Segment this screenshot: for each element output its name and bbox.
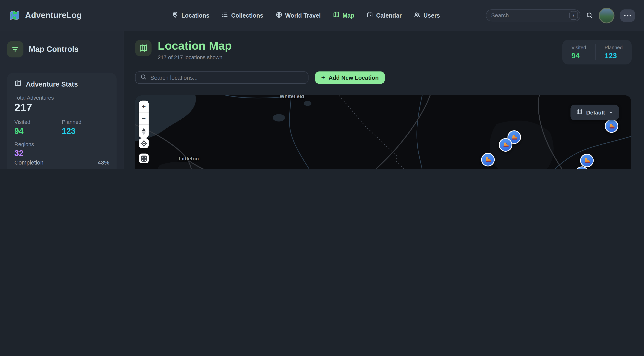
map-marker-planned[interactable] <box>580 154 594 167</box>
nav-item-locations[interactable]: Locations <box>172 11 210 19</box>
map-controls-sidebar: Map Controls Adventure Stats Total Adven… <box>0 31 124 169</box>
map-icon <box>333 11 340 19</box>
map-basemap <box>135 95 631 169</box>
main-content: Location Map 217 of 217 locations shown … <box>124 31 644 169</box>
pin-icon <box>172 11 178 19</box>
sidebar-header: Map Controls <box>7 41 117 57</box>
global-search-input[interactable]: Search / <box>486 9 580 21</box>
planned-value: 123 <box>62 126 109 135</box>
visited-badge: Visited 94 <box>562 44 595 60</box>
total-adventures-label: Total Adventures <box>14 95 109 101</box>
calendar-icon <box>367 11 374 19</box>
page-subtitle: 217 of 217 locations shown <box>158 54 232 60</box>
hiking-boot-icon <box>608 122 615 130</box>
plus-icon: + <box>321 73 325 82</box>
total-adventures-value: 217 <box>14 102 109 113</box>
app-logo-icon <box>9 10 20 21</box>
add-new-location-button[interactable]: + Add New Location <box>315 71 385 84</box>
hiking-boot-icon <box>502 141 509 148</box>
filter-icon <box>7 41 24 57</box>
map-marker-planned[interactable] <box>481 153 495 166</box>
fullscreen-icon <box>140 155 147 162</box>
hiking-boot-icon <box>511 134 518 141</box>
nav-item-collections[interactable]: Collections <box>222 11 263 19</box>
search-shortcut-badge: / <box>569 11 578 20</box>
nav-item-map[interactable]: Map <box>333 11 354 19</box>
locate-icon <box>140 140 147 147</box>
list-icon <box>222 11 228 19</box>
search-placeholder: Search <box>491 12 569 18</box>
visited-stat: Visited 94 <box>14 119 62 135</box>
map-style-selector[interactable]: Default <box>571 105 619 120</box>
header-stats-panel: Visited 94 Planned 123 <box>562 40 632 64</box>
map-zoom-controls: + − <box>139 101 148 138</box>
nav-item-calendar[interactable]: Calendar <box>367 11 402 19</box>
nav-item-world-travel[interactable]: World Travel <box>276 11 321 19</box>
map-icon <box>135 40 152 56</box>
compass-north-icon <box>142 128 146 131</box>
sidebar-title: Map Controls <box>29 45 78 54</box>
compass-south-icon <box>142 131 146 135</box>
planned-badge: Planned 123 <box>595 44 632 60</box>
page-title: Location Map <box>158 40 232 52</box>
locate-me-button[interactable] <box>139 138 148 148</box>
regions-value: 32 <box>14 148 109 157</box>
user-avatar[interactable] <box>599 8 614 23</box>
completion-label: Completion <box>14 159 44 166</box>
completion-percent: 43% <box>98 159 109 166</box>
hiking-boot-icon <box>584 157 591 164</box>
location-map[interactable]: WhitefieldLittletonBethlehemCarrollFranc… <box>135 95 631 169</box>
map-toolbar: Search locations... + Add New Location <box>135 71 632 84</box>
adventurelog-app: AdventureLog Locations Collections World… <box>0 0 644 169</box>
page-header: Location Map 217 of 217 locations shown … <box>135 40 632 64</box>
location-search-input[interactable]: Search locations... <box>135 71 308 84</box>
stats-card-title: Adventure Stats <box>14 80 109 89</box>
compass-button[interactable] <box>139 124 148 138</box>
search-icon[interactable] <box>586 12 593 19</box>
map-icon <box>14 80 22 89</box>
top-navbar: AdventureLog Locations Collections World… <box>0 0 644 31</box>
map-icon <box>576 109 582 116</box>
planned-stat: Planned 123 <box>62 119 109 135</box>
navbar-right: Search / <box>486 8 635 23</box>
overflow-menu-button[interactable] <box>620 9 635 21</box>
map-marker-planned[interactable] <box>605 119 618 133</box>
ellipsis-icon <box>624 15 626 16</box>
fullscreen-button[interactable] <box>139 154 148 163</box>
adventure-stats-card: Adventure Stats Total Adventures 217 Vis… <box>7 73 117 169</box>
map-marker-planned[interactable] <box>499 138 512 151</box>
hiking-boot-icon <box>484 156 492 163</box>
zoom-out-button[interactable]: − <box>139 112 148 124</box>
brand[interactable]: AdventureLog <box>9 10 82 21</box>
visited-value: 94 <box>14 126 62 135</box>
brand-title: AdventureLog <box>25 11 82 20</box>
chevron-down-icon <box>608 109 613 116</box>
zoom-in-button[interactable]: + <box>139 101 148 112</box>
main-nav: Locations Collections World Travel Map C… <box>172 11 440 19</box>
search-icon <box>140 74 147 81</box>
regions-stat: Regions 32 <box>14 141 109 158</box>
globe-icon <box>276 11 282 19</box>
nav-item-users[interactable]: Users <box>414 11 440 19</box>
users-icon <box>414 11 420 19</box>
